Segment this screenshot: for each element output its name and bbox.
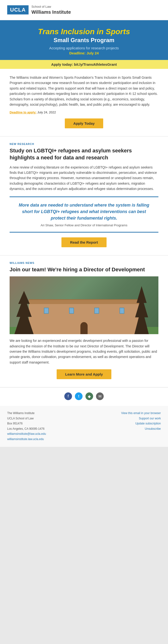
research-section: NEW RESEARCH Study on LGBTQI+ refugees a…: [0, 136, 168, 255]
grants-section: The Williams Institute and Women's Sport…: [0, 69, 168, 136]
apply-bar-text: Apply today: bit.ly/TransAthletesGrant: [51, 62, 117, 66]
support-link[interactable]: Support our work: [139, 417, 161, 420]
news-label: WILLIAMS NEWS: [10, 262, 158, 264]
hero-title: Trans Inclusion in Sports: [10, 28, 158, 36]
footer-right: View this email in your browser Support …: [121, 411, 161, 442]
quote-block: More data are needed to understand where…: [10, 196, 158, 232]
research-label: NEW RESEARCH: [10, 142, 158, 146]
apply-today-button[interactable]: Apply Today: [65, 118, 103, 128]
read-report-button[interactable]: Read the Report: [61, 238, 107, 247]
deadline-text: Deadline to apply: July 24, 2022: [10, 110, 158, 114]
deadline-label: Deadline to apply:: [10, 110, 36, 114]
footer-city: Los Angeles, CA 90095-1476: [7, 426, 46, 432]
building: [29, 303, 139, 334]
footer-left: The Williams Institute UCLA School of La…: [7, 411, 46, 442]
hero-deadline: Deadline: July 24: [10, 51, 158, 55]
facebook-icon[interactable]: f: [64, 392, 72, 400]
deadline-date: July 24, 2022: [37, 110, 56, 114]
news-body: We are looking for an experienced and en…: [10, 338, 158, 365]
building-roof: [29, 299, 139, 304]
view-email-link[interactable]: View this email in your browser: [121, 412, 161, 415]
news-title: Join our team! We're hiring a Director o…: [10, 266, 158, 273]
hero-description: Accepting applications for research proj…: [10, 46, 158, 50]
quote-text: More data are needed to understand where…: [17, 202, 151, 222]
quote-author: Ari Shaw, Senior Fellow and Director of …: [17, 224, 151, 227]
header: UCLA School of Law Williams Institute: [0, 0, 168, 20]
window-2: [69, 308, 74, 314]
learn-more-button-container: Learn More and Apply: [10, 369, 158, 379]
window-3: [94, 308, 99, 314]
instagram-icon[interactable]: ◆: [85, 392, 93, 400]
research-title: Study on LGBTQI+ refugees and asylum see…: [10, 147, 158, 161]
ucla-logo: UCLA: [7, 5, 29, 14]
social-icons: f t ◆ ✉: [5, 392, 163, 400]
footer: The Williams Institute UCLA School of La…: [0, 406, 168, 447]
window-1: [44, 308, 49, 314]
school-name: School of Law: [31, 5, 71, 9]
footer-org: The Williams Institute: [7, 411, 46, 416]
twitter-icon[interactable]: t: [75, 392, 83, 400]
research-body: A new review of existing literature on t…: [10, 165, 158, 192]
unsubscribe-link[interactable]: Unsubscribe: [145, 427, 161, 430]
learn-more-button[interactable]: Learn More and Apply: [57, 369, 112, 379]
footer-email2-link[interactable]: williamsinstitute.law.ucla.edu: [7, 438, 44, 441]
news-image-bg: [10, 276, 158, 334]
email-container: UCLA School of Law Williams Institute Tr…: [0, 0, 168, 447]
window-4: [120, 308, 124, 314]
news-section: WILLIAMS NEWS Join our team! We're hirin…: [0, 256, 168, 388]
building-windows: [29, 303, 139, 314]
hero-subtitle: Small Grants Program: [10, 37, 158, 44]
social-bar: f t ◆ ✉: [0, 387, 168, 406]
institute-title: Williams Institute: [31, 9, 71, 15]
footer-email1-link[interactable]: williamsinstitute@law.ucla.edu: [7, 432, 46, 436]
apply-today-bar: Apply today: bit.ly/TransAthletesGrant: [0, 60, 168, 69]
apply-button-container: Apply Today: [10, 118, 158, 128]
institute-name: School of Law Williams Institute: [31, 5, 71, 15]
news-image: [10, 276, 158, 334]
footer-box: Box 951476: [7, 421, 46, 426]
building-door: [81, 322, 87, 334]
email-icon[interactable]: ✉: [96, 392, 104, 400]
grants-body: The Williams Institute and Women's Sport…: [10, 75, 158, 107]
update-subscription-link[interactable]: Update subscription: [135, 422, 161, 425]
hero-section: Trans Inclusion in Sports Small Grants P…: [0, 20, 168, 60]
read-report-button-container: Read the Report: [10, 238, 158, 247]
footer-school: UCLA School of Law: [7, 416, 46, 421]
